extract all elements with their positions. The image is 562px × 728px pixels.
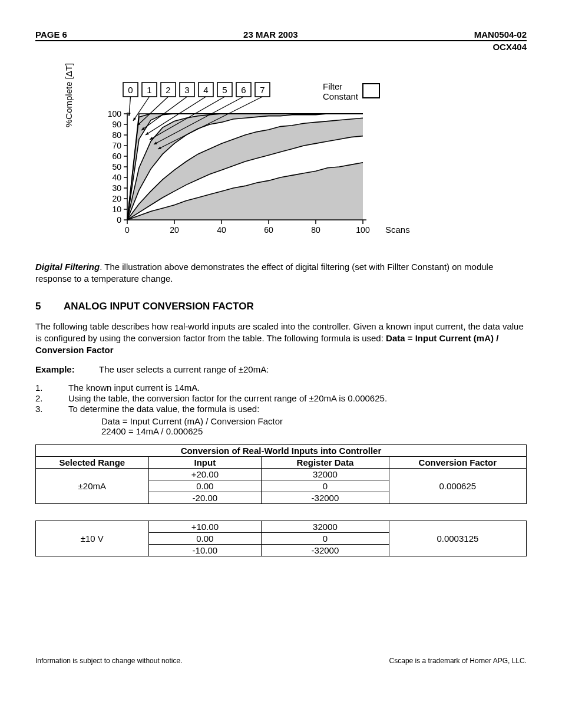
cell: -32000 [262, 545, 389, 556]
step-2: 2.Using the table, the conversion factor… [35, 393, 527, 403]
cell: 0.00 [148, 533, 262, 545]
filter-chart: %Complete [ΔT] FilterConstant 0102030405… [71, 81, 448, 243]
header-left: PAGE 6 [35, 29, 67, 39]
cell: -10.00 [148, 545, 262, 556]
cell-factor-1: 0.000625 [389, 469, 526, 504]
header-center: 23 MAR 2003 [243, 29, 298, 39]
svg-text:40: 40 [217, 225, 226, 235]
svg-text:10: 10 [112, 205, 121, 214]
step-3: 3.To determine the data value, the formu… [35, 404, 527, 414]
svg-text:0: 0 [117, 215, 121, 225]
svg-text:5: 5 [222, 85, 227, 95]
footer-right: Cscape is a trademark of Horner APG, LLC… [389, 657, 527, 665]
svg-text:1: 1 [147, 85, 151, 95]
svg-text:2: 2 [166, 85, 170, 95]
example-row: Example:The user selects a current range… [35, 364, 527, 374]
svg-line-45 [137, 97, 168, 126]
svg-text:80: 80 [311, 225, 320, 235]
svg-text:Scans: Scans [385, 225, 410, 235]
cell: 32000 [262, 469, 389, 480]
svg-text:30: 30 [112, 183, 121, 193]
cell: +20.00 [148, 469, 262, 480]
svg-text:3: 3 [184, 85, 189, 95]
svg-text:70: 70 [112, 141, 121, 150]
svg-text:60: 60 [112, 151, 121, 161]
svg-text:4: 4 [203, 85, 208, 95]
svg-text:7: 7 [260, 85, 265, 95]
svg-text:100: 100 [108, 109, 122, 118]
example-text: The user selects a current range of ±20m… [99, 364, 269, 374]
chart-legend-label: FilterConstant [323, 81, 358, 101]
svg-text:0: 0 [125, 225, 130, 235]
section-5-heading: 5ANALOG INPUT CONVERSION FACTOR [35, 301, 527, 312]
digital-filtering-paragraph: Digital Filtering. The illustration abov… [35, 261, 527, 285]
filter-constant-box [362, 83, 380, 98]
table-title: Conversion of Real-World Inputs into Con… [36, 445, 527, 457]
svg-text:0: 0 [128, 85, 133, 95]
cell: 0 [262, 480, 389, 492]
conversion-table-2: ±10 V +10.00 32000 0.0003125 0.00 0 -10.… [35, 521, 527, 556]
step-1: 1.The known input current is 14mA. [35, 383, 527, 393]
step-formula-1: Data = Input Current (mA) / Conversion F… [101, 416, 527, 426]
header-right: MAN0504-02 [474, 29, 527, 39]
chart-ylabel: %Complete [ΔT] [64, 63, 74, 127]
step-formula-2: 22400 = 14mA / 0.000625 [101, 426, 527, 436]
section-number: 5 [35, 301, 64, 312]
step-3-text: To determine the data value, the formula… [68, 404, 259, 414]
svg-line-57 [154, 97, 244, 144]
cell: -32000 [262, 492, 389, 504]
svg-text:20: 20 [170, 225, 179, 235]
step-1-text: The known input current is 14mA. [68, 383, 200, 393]
th-range: Selected Range [36, 457, 149, 469]
cell-range-2: ±10 V [36, 521, 149, 556]
steps-list: 1.The known input current is 14mA. 2.Usi… [35, 383, 527, 414]
cell-range-1: ±20mA [36, 469, 149, 504]
footer-left: Information is subject to change without… [35, 657, 182, 665]
digital-filtering-label: Digital Filtering [35, 262, 100, 272]
step-2-text: Using the table, the conversion factor f… [68, 393, 387, 403]
svg-text:50: 50 [112, 162, 121, 172]
example-label: Example: [35, 364, 99, 374]
th-input: Input [148, 457, 262, 469]
cell-factor-2: 0.0003125 [389, 521, 526, 556]
th-factor: Conversion Factor [389, 457, 526, 469]
svg-text:20: 20 [112, 194, 121, 203]
section-title-text: ANALOG INPUT CONVERSION FACTOR [64, 301, 254, 312]
svg-text:80: 80 [112, 130, 121, 140]
header-sub: OCX404 [35, 42, 527, 52]
svg-text:100: 100 [356, 225, 370, 235]
svg-text:90: 90 [112, 120, 121, 129]
svg-text:6: 6 [241, 85, 246, 95]
svg-text:40: 40 [112, 173, 121, 182]
digital-filtering-text: . The illustration above demonstrates th… [35, 262, 493, 284]
th-reg: Register Data [262, 457, 389, 469]
intro-paragraph: The following table describes how real-w… [35, 321, 527, 357]
page-footer: Information is subject to change without… [35, 657, 527, 665]
svg-text:60: 60 [264, 225, 273, 235]
cell: +10.00 [148, 521, 262, 533]
conversion-table-1: Conversion of Real-World Inputs into Con… [35, 444, 527, 504]
cell: 0 [262, 533, 389, 545]
cell: 0.00 [148, 480, 262, 492]
cell: 32000 [262, 521, 389, 533]
page-header: PAGE 6 23 MAR 2003 MAN0504-02 [35, 29, 527, 41]
cell: -20.00 [148, 492, 262, 504]
